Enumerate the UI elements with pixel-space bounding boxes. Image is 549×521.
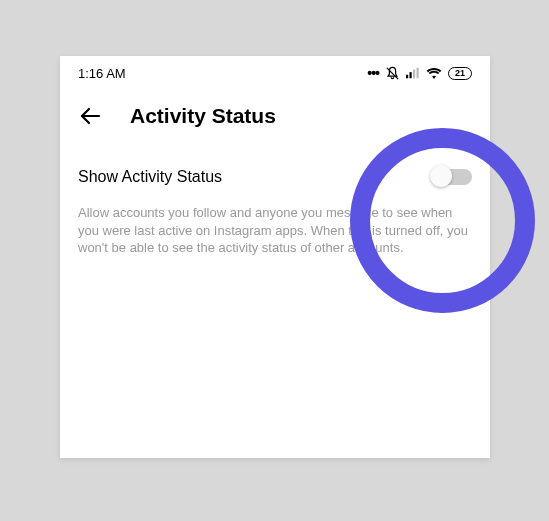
header: Activity Status	[60, 86, 490, 138]
setting-label: Show Activity Status	[78, 168, 222, 186]
svg-rect-2	[410, 72, 412, 78]
svg-line-0	[387, 67, 398, 78]
status-icons: •••	[367, 65, 472, 81]
wifi-icon	[426, 67, 442, 79]
svg-rect-3	[413, 70, 415, 79]
signal-icon	[406, 67, 420, 79]
svg-rect-4	[417, 68, 419, 79]
setting-row: Show Activity Status	[60, 138, 490, 196]
back-button[interactable]	[78, 104, 102, 128]
battery-icon: 21	[448, 67, 472, 80]
svg-rect-1	[406, 75, 408, 79]
activity-status-toggle[interactable]	[432, 169, 472, 185]
page-title: Activity Status	[130, 104, 276, 128]
status-bar: 1:16 AM •••	[60, 56, 490, 86]
status-time: 1:16 AM	[78, 66, 126, 81]
phone-screen: 1:16 AM •••	[60, 56, 490, 458]
more-icon: •••	[367, 65, 379, 81]
alarm-off-icon	[385, 66, 400, 81]
setting-description: Allow accounts you follow and anyone you…	[60, 196, 490, 265]
toggle-knob	[430, 165, 452, 187]
